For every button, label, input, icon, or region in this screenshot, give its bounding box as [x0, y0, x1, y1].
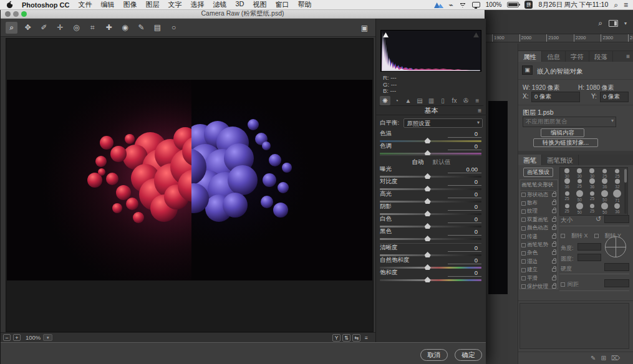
brush-preset-cell[interactable]: 25 — [611, 168, 624, 178]
effects-panel-icon[interactable]: fx — [449, 96, 460, 105]
size-input[interactable] — [604, 215, 629, 223]
slider-thumb[interactable] — [425, 211, 431, 216]
menu-item[interactable]: 编辑 — [100, 0, 114, 9]
slider-value-field[interactable]: 0 — [448, 257, 481, 264]
adjustment-brush-tool-icon[interactable]: ✎ — [135, 22, 147, 34]
brush-preset-cell[interactable]: 25 — [573, 178, 586, 189]
slider-track[interactable] — [380, 201, 481, 203]
slider-thumb[interactable] — [425, 173, 431, 179]
brush-preset-cell[interactable]: 36 — [599, 178, 611, 189]
live-tip-preview-icon[interactable]: ✎ — [591, 355, 596, 362]
brush-preset-cell[interactable]: 30 — [586, 168, 598, 178]
brush-preset-cell[interactable]: 25 — [561, 203, 573, 214]
brush-angle-roundness-control[interactable] — [605, 236, 626, 257]
lock-icon[interactable] — [552, 268, 556, 272]
menu-item[interactable]: 文字 — [168, 0, 181, 9]
brush-option-row[interactable]: 颜色动态 — [520, 224, 558, 232]
layer-comp-select[interactable]: 不应用图层复合 — [523, 117, 616, 127]
wifi-icon[interactable] — [459, 2, 466, 7]
status-connector-icon[interactable]: ⌁ — [449, 1, 453, 9]
slider-track[interactable] — [380, 238, 481, 240]
lock-icon[interactable] — [552, 277, 556, 280]
brush-preset-cell[interactable]: 50 — [599, 203, 611, 214]
zoom-in-button[interactable]: + — [13, 334, 21, 341]
angle-input[interactable] — [577, 243, 601, 251]
slider-value-field[interactable]: 0 — [448, 178, 481, 186]
hand-tool-icon[interactable]: ✥ — [22, 22, 34, 34]
brush-option-row[interactable]: 建立 — [520, 266, 558, 274]
delete-brush-icon[interactable]: ⌦ — [611, 355, 620, 362]
new-brush-icon[interactable]: ⊞ — [601, 355, 606, 362]
brush-preset-cell[interactable]: 25 — [599, 168, 611, 178]
brush-option-row[interactable]: 双重画笔 — [520, 216, 558, 224]
slider-value-field[interactable]: 0 — [448, 203, 481, 211]
presets-panel-icon[interactable]: ≡ — [472, 96, 483, 105]
menu-item[interactable]: 窗口 — [275, 0, 289, 9]
workspace-layout-icon[interactable] — [609, 20, 618, 27]
lock-icon[interactable] — [552, 251, 556, 255]
lock-icon[interactable] — [552, 201, 556, 205]
brush-preset-cell[interactable]: 30 — [561, 168, 573, 178]
brush-option-row[interactable]: 纹理 — [520, 208, 558, 216]
slider-value-field[interactable]: 0 — [448, 228, 481, 236]
lock-icon[interactable] — [552, 235, 556, 239]
slider-track[interactable] — [380, 213, 481, 215]
slider-thumb[interactable] — [425, 186, 431, 191]
preview-swap-toggle-icon[interactable]: ⇆ — [352, 334, 360, 342]
brush-preset-cell[interactable]: 50 — [573, 203, 586, 214]
slider-track[interactable] — [380, 226, 481, 228]
checkbox[interactable] — [521, 201, 526, 206]
lock-icon[interactable] — [552, 209, 556, 213]
brush-option-row[interactable]: 湿边 — [520, 257, 558, 266]
panel-tab[interactable]: 画笔预设 — [542, 155, 579, 165]
panel-tab[interactable]: 字符 — [566, 51, 589, 62]
hsl-panel-icon[interactable]: ▤ — [415, 96, 425, 105]
red-eye-tool-icon[interactable]: ◉ — [119, 22, 131, 34]
brush-option-row[interactable]: 画笔笔势 — [520, 241, 558, 249]
menu-item[interactable]: 文件 — [78, 0, 92, 9]
brush-tip-shape-item[interactable]: 画笔笔尖形状 — [520, 180, 558, 191]
color-sampler-tool-icon[interactable]: ✛ — [54, 22, 66, 34]
white-balance-select[interactable]: 原照设置 — [403, 118, 483, 128]
preview-menu-icon[interactable]: ≡ — [362, 334, 370, 342]
auto-link[interactable]: 自动 — [412, 158, 423, 165]
checkbox[interactable] — [521, 268, 526, 272]
hardness-slider[interactable] — [559, 274, 629, 274]
brush-preset-cell[interactable]: 36 — [586, 178, 598, 189]
spotlight-search-icon[interactable]: ⌕ — [614, 1, 618, 9]
spacing-input[interactable] — [604, 279, 629, 287]
panel-flyout-menu-icon[interactable]: ≡ — [478, 106, 481, 115]
brush-option-row[interactable]: 散布 — [520, 199, 558, 207]
spot-removal-tool-icon[interactable]: ✚ — [103, 22, 115, 34]
spacing-checkbox[interactable] — [561, 282, 565, 287]
spacing-slider[interactable] — [559, 290, 629, 291]
brush-option-row[interactable]: 传递 — [520, 232, 558, 241]
zoom-tool-icon[interactable]: ⌕ — [6, 22, 17, 34]
slider-value-field[interactable]: 0 — [448, 191, 481, 198]
lock-icon[interactable] — [552, 260, 556, 264]
lock-icon[interactable] — [552, 193, 556, 197]
slider-track[interactable] — [380, 188, 481, 190]
panel-tab[interactable]: 画笔 — [518, 155, 542, 165]
slider-thumb[interactable] — [425, 252, 431, 257]
battery-icon[interactable] — [507, 2, 519, 7]
flip-x-checkbox[interactable] — [561, 234, 565, 238]
ps-search-icon[interactable]: ⌕ — [598, 19, 602, 27]
radial-filter-tool-icon[interactable]: ○ — [168, 22, 180, 34]
apple-logo-icon[interactable] — [6, 1, 13, 9]
menu-item[interactable]: 3D — [235, 0, 244, 9]
panel-tab[interactable]: 段落 — [589, 51, 613, 62]
input-method-badge[interactable]: 拼 — [524, 1, 533, 9]
brush-preset-cell[interactable]: 71 — [611, 189, 624, 203]
menu-item[interactable]: 视图 — [253, 0, 266, 9]
grid-scrollbar[interactable] — [624, 169, 627, 214]
edit-contents-button[interactable]: 编辑内容 — [541, 128, 584, 137]
checkbox[interactable] — [521, 193, 526, 197]
dialog-title-bar[interactable]: Camera Raw (粉紫壁纸.psd) — [1, 9, 485, 19]
checkbox[interactable] — [521, 243, 526, 247]
histogram[interactable] — [380, 30, 481, 72]
menu-item[interactable]: 选择 — [190, 0, 204, 9]
split-toning-panel-icon[interactable]: ▥ — [426, 96, 437, 105]
basic-panel-icon[interactable]: ❋ — [380, 96, 390, 105]
slider-track[interactable] — [380, 153, 481, 155]
